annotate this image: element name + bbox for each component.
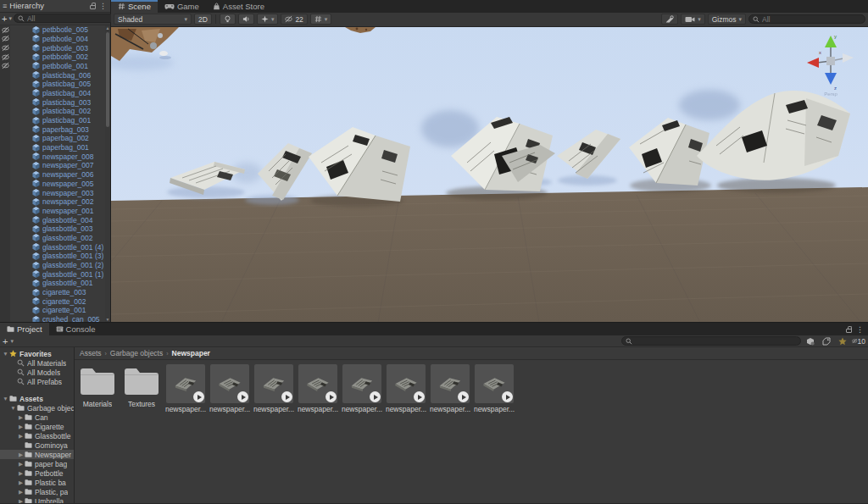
asset-prefab[interactable]: newspaper... xyxy=(387,364,426,413)
hierarchy-item[interactable]: plasticbag_005 xyxy=(0,80,110,89)
scene-audio-toggle[interactable] xyxy=(238,14,254,25)
tree-item-all-materials[interactable]: All Materials xyxy=(0,358,74,368)
gizmo-back-cone[interactable] xyxy=(843,53,854,63)
tree-item-glassbottle[interactable]: ▶ Glassbottle xyxy=(0,431,74,440)
tab-scene[interactable]: Scene xyxy=(111,0,158,13)
project-search[interactable] xyxy=(621,336,801,346)
hamburger-icon[interactable]: ≡ xyxy=(3,2,7,10)
tab-game[interactable]: Game xyxy=(158,0,206,13)
scene-tools-button[interactable] xyxy=(661,14,678,25)
asset-prefab[interactable]: newspaper... xyxy=(342,364,381,413)
panel-menu-icon[interactable]: ⋮ xyxy=(855,325,865,334)
scene-camera-dropdown[interactable]: ▾ xyxy=(681,14,705,25)
visibility-toggle[interactable] xyxy=(0,315,10,322)
hierarchy-item[interactable]: paperbag_003 xyxy=(0,125,110,134)
scene-orientation-gizmo[interactable]: x y z Persp xyxy=(804,30,858,97)
favorites-star-button[interactable] xyxy=(836,336,849,346)
prefab-thumbnail[interactable] xyxy=(387,364,426,403)
visibility-toggle[interactable] xyxy=(0,107,10,116)
breadcrumb-newspaper[interactable]: Newspaper xyxy=(172,349,210,357)
asset-prefab[interactable]: newspaper... xyxy=(254,364,293,413)
visibility-toggle[interactable] xyxy=(0,261,10,270)
lock-icon[interactable] xyxy=(846,329,852,333)
visibility-toggle[interactable] xyxy=(0,207,10,216)
hierarchy-item[interactable]: paperbag_002 xyxy=(0,134,110,143)
tab-project[interactable]: Project xyxy=(0,323,49,335)
visibility-toggle[interactable] xyxy=(0,197,10,207)
hierarchy-item[interactable]: newspaper_002 xyxy=(0,197,110,207)
visibility-toggle[interactable] xyxy=(0,43,10,53)
prefab-thumbnail[interactable] xyxy=(210,364,249,403)
prefab-thumbnail[interactable] xyxy=(166,364,205,403)
visibility-toggle[interactable] xyxy=(0,269,10,279)
visibility-toggle[interactable] xyxy=(0,180,10,189)
prefab-expand-play-icon[interactable] xyxy=(370,391,381,402)
filter-by-label-button[interactable] xyxy=(820,336,833,346)
hierarchy-item[interactable]: petbbotle_003 xyxy=(0,43,110,53)
expand-arrow-icon[interactable]: ▶ xyxy=(17,498,25,503)
expand-arrow-icon[interactable]: ▶ xyxy=(17,451,25,458)
tree-item-gominoya[interactable]: Gominoya xyxy=(0,440,74,450)
visibility-toggle[interactable] xyxy=(0,288,10,297)
lock-icon[interactable] xyxy=(90,5,96,9)
hierarchy-item[interactable]: crushed_can_005 xyxy=(0,315,110,322)
hierarchy-item[interactable]: glassbottle_001 (2) xyxy=(0,261,110,270)
hierarchy-item[interactable]: plasticbag_001 xyxy=(0,116,110,125)
hierarchy-item[interactable]: newspaper_008 xyxy=(0,152,110,161)
2d-toggle-button[interactable]: 2D xyxy=(194,14,212,25)
prefab-expand-play-icon[interactable] xyxy=(281,391,292,402)
gizmo-x-axis-cone[interactable] xyxy=(807,58,819,68)
expand-arrow-icon[interactable]: ▶ xyxy=(17,479,25,486)
create-asset-caret-icon[interactable]: ▾ xyxy=(10,338,14,345)
hierarchy-list[interactable]: petbbotle_005 petbbotle_004 petbbotle_00… xyxy=(0,25,110,322)
breadcrumb-assets[interactable]: Assets xyxy=(80,349,102,357)
visibility-toggle[interactable] xyxy=(0,35,10,44)
breadcrumb-garbage-objects[interactable]: Garbage objects xyxy=(110,349,163,357)
hierarchy-item[interactable]: glassbottle_001 (1) xyxy=(0,269,110,279)
scrollbar-thumb[interactable] xyxy=(106,32,109,127)
visibility-toggle[interactable] xyxy=(0,80,10,89)
prefab-thumbnail[interactable] xyxy=(475,364,514,403)
visibility-toggle[interactable] xyxy=(0,215,10,224)
add-object-button[interactable]: + xyxy=(2,14,7,23)
prefab-thumbnail[interactable] xyxy=(254,364,293,403)
visibility-toggle[interactable] xyxy=(0,296,10,306)
hierarchy-item[interactable]: glassbottle_002 xyxy=(0,234,110,243)
expand-arrow-icon[interactable]: ▼ xyxy=(9,405,17,411)
tree-item-paper-bag[interactable]: ▶ paper bag xyxy=(0,459,74,468)
hierarchy-item[interactable]: glassbottle_003 xyxy=(0,224,110,234)
scene-hidden-objects-toggle[interactable]: 22 xyxy=(281,14,307,25)
hierarchy-item[interactable]: glassbottle_001 (4) xyxy=(0,242,110,252)
visibility-toggle[interactable] xyxy=(0,234,10,243)
prefab-expand-play-icon[interactable] xyxy=(237,391,248,402)
gizmo-center-cube[interactable] xyxy=(826,57,835,65)
tree-item-newspaper[interactable]: ▶ Newspaper xyxy=(0,450,74,459)
visibility-toggle[interactable] xyxy=(0,224,10,234)
scene-search[interactable] xyxy=(748,14,865,24)
asset-prefab[interactable]: newspaper... xyxy=(166,364,205,413)
prefab-expand-play-icon[interactable] xyxy=(502,391,513,402)
visibility-toggle[interactable] xyxy=(0,62,10,71)
hierarchy-item[interactable]: petbbotle_002 xyxy=(0,53,110,62)
hierarchy-item[interactable]: cigarette_002 xyxy=(0,296,110,306)
gizmo-z-axis-cone[interactable] xyxy=(825,73,837,85)
hierarchy-item[interactable]: glassbottle_001 (3) xyxy=(0,252,110,261)
hierarchy-item[interactable]: newspaper_006 xyxy=(0,170,110,180)
scene-lighting-toggle[interactable] xyxy=(220,14,236,25)
tree-item-plastic-pa[interactable]: ▶ Plastic, pa xyxy=(0,487,74,496)
hierarchy-item[interactable]: plasticbag_003 xyxy=(0,97,110,107)
tree-item-plastic-ba[interactable]: ▶ Plastic ba xyxy=(0,478,74,487)
filter-by-type-button[interactable] xyxy=(804,336,817,346)
visibility-toggle[interactable] xyxy=(0,70,10,80)
asset-prefab[interactable]: newspaper... xyxy=(298,364,337,413)
tree-item-all-prefabs[interactable]: All Prefabs xyxy=(0,377,74,386)
hierarchy-scrollbar[interactable]: ▲ ▼ xyxy=(105,25,110,322)
visibility-toggle[interactable] xyxy=(0,125,10,134)
visibility-toggle[interactable] xyxy=(0,242,10,252)
hierarchy-item[interactable]: petbbotle_001 xyxy=(0,62,110,71)
project-folder-tree[interactable]: ▼ Favorites All Materials All Models All… xyxy=(0,347,75,503)
prefab-thumbnail[interactable] xyxy=(342,364,381,403)
hierarchy-item[interactable]: petbbotle_005 xyxy=(0,25,110,35)
tree-item-umbrella[interactable]: ▶ Umbrella xyxy=(0,496,74,503)
visibility-toggle[interactable] xyxy=(0,170,10,180)
